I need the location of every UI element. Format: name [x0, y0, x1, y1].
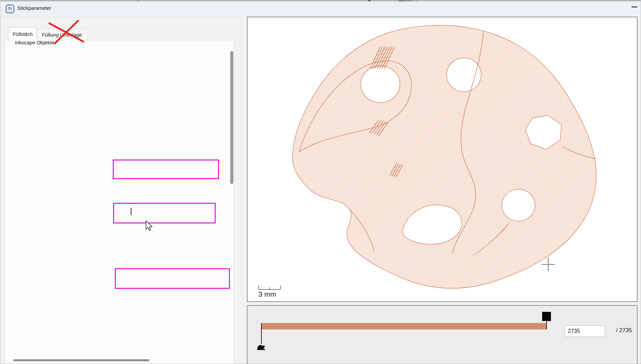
window-title: Stickparameter — [17, 5, 51, 11]
title-bar[interactable] — [0, 1, 641, 17]
embroidery-preview-drawing — [248, 18, 636, 301]
horizontal-scrollbar[interactable] — [13, 359, 149, 361]
highlight-box-zugausgleich — [115, 268, 230, 289]
settings-panel — [4, 40, 234, 364]
vertical-scrollbar[interactable] — [230, 51, 233, 184]
inkstitch-logo-text: INK — [8, 7, 13, 9]
minimize-button[interactable] — [632, 6, 637, 7]
stickparameter-dialog: INK Stickparameter Füllstitch Füllung Un… — [0, 0, 641, 364]
scale-label: 3 mm — [258, 290, 276, 298]
timeline-slider-handle[interactable] — [542, 312, 551, 321]
highlight-box-luecken — [113, 159, 219, 179]
red-x-annotation — [46, 18, 87, 45]
mouse-cursor-icon — [145, 220, 153, 233]
timeline-start-line — [261, 323, 262, 344]
highlight-box-reihenabstand — [113, 203, 216, 223]
text-caret — [131, 208, 131, 215]
inkstitch-logo-stitch — [7, 9, 13, 11]
crosshair-icon — [541, 258, 555, 271]
inkstitch-logo-icon: INK — [6, 5, 14, 13]
scale-ruler-icon — [259, 285, 280, 290]
stitch-count-total: / 2735 — [616, 327, 632, 334]
tab-fuellstitch[interactable]: Füllstitch — [8, 27, 37, 40]
tab-fuellstitch-label: Füllstitch — [13, 31, 33, 37]
start-marker-snail-icon — [256, 342, 266, 352]
stitch-progress-bar[interactable] — [262, 323, 547, 329]
stitch-count-input[interactable] — [564, 325, 605, 337]
